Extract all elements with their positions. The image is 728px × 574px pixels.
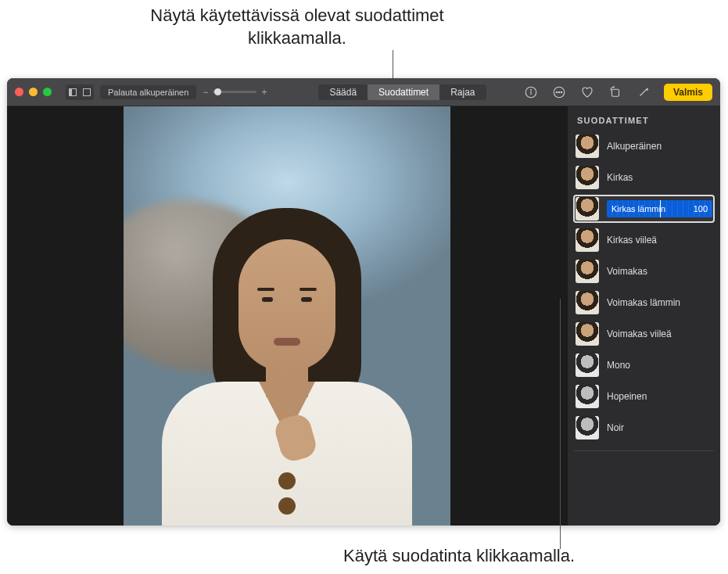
filter-item-hopeinen[interactable]: Hopeinen <box>574 383 714 410</box>
filters-panel-title: SUODATTIMET <box>574 114 714 133</box>
toolbar: Palauta alkuperäinen − + Säädä Suodattim… <box>7 78 720 106</box>
split-view-icon <box>69 88 77 96</box>
svg-rect-7 <box>611 89 619 96</box>
filter-thumbnail <box>576 291 599 314</box>
filter-item-voimakas-viileä[interactable]: Voimakas viileä <box>574 321 714 347</box>
filter-thumbnail <box>576 322 599 346</box>
fullscreen-window-button[interactable] <box>43 88 52 96</box>
zoom-slider[interactable] <box>213 91 256 93</box>
filter-item-kirkas-viileä[interactable]: Kirkas viileä <box>574 227 714 253</box>
filter-label: Kirkas lämmin <box>611 204 665 213</box>
tab-adjust[interactable]: Säädä <box>318 84 368 100</box>
filter-thumbnail <box>576 228 599 252</box>
reset-to-original-button[interactable]: Palauta alkuperäinen <box>100 85 196 99</box>
filter-item-voimakas[interactable]: Voimakas <box>574 258 714 285</box>
tab-filters[interactable]: Suodattimet <box>368 84 439 100</box>
filter-label: Mono <box>607 360 712 371</box>
filter-thumbnail <box>576 385 599 408</box>
info-icon[interactable] <box>523 84 539 100</box>
filter-intensity-slider[interactable]: Kirkas lämmin100 <box>607 200 712 217</box>
filter-label: Hopeinen <box>607 391 712 402</box>
more-icon[interactable] <box>551 84 567 100</box>
filter-label: Kirkas <box>607 172 712 183</box>
auto-enhance-wand-icon[interactable] <box>636 84 651 100</box>
filter-thumbnail <box>576 135 599 158</box>
filter-list: AlkuperäinenKirkasKirkas lämmin100Kirkas… <box>574 133 714 451</box>
editor-content: SUODATTIMET AlkuperäinenKirkasKirkas läm… <box>7 106 720 526</box>
filters-panel: SUODATTIMET AlkuperäinenKirkasKirkas läm… <box>567 106 720 526</box>
photos-edit-window: Palauta alkuperäinen − + Säädä Suodattim… <box>7 78 720 526</box>
filter-label: Voimakas viileä <box>607 328 712 339</box>
filter-thumbnail <box>576 166 599 189</box>
filter-thumbnail <box>576 353 599 377</box>
tab-crop[interactable]: Rajaa <box>439 84 486 100</box>
filter-label: Voimakas lämmin <box>607 297 712 308</box>
zoom-out-label[interactable]: − <box>203 87 208 98</box>
edit-mode-tabs: Säädä Suodattimet Rajaa <box>318 84 486 100</box>
filter-item-alkuperäinen[interactable]: Alkuperäinen <box>574 133 714 160</box>
favorite-heart-icon[interactable] <box>579 84 595 100</box>
callout-top-line <box>393 50 393 78</box>
filter-item-kirkas[interactable]: Kirkas <box>574 164 714 191</box>
filter-label: Voimakas <box>607 266 712 277</box>
zoom-slider-thumb[interactable] <box>214 88 221 95</box>
callout-top-text: Näytä käytettävissä olevat suodattimet k… <box>102 5 493 49</box>
filter-item-mono[interactable]: Mono <box>574 352 714 378</box>
zoom-in-label[interactable]: + <box>261 87 267 98</box>
filter-item-kirkas-lämmin[interactable]: Kirkas lämmin100 <box>574 196 714 222</box>
svg-line-8 <box>640 90 646 96</box>
callout-bottom-text: Käytä suodatinta klikkaamalla. <box>278 546 575 566</box>
svg-point-6 <box>561 91 562 93</box>
filter-thumbnail <box>576 260 599 283</box>
filter-label: Alkuperäinen <box>607 141 712 152</box>
minimize-window-button[interactable] <box>29 88 38 96</box>
zoom-control: − + <box>203 87 267 98</box>
svg-point-4 <box>556 91 558 93</box>
photo-canvas <box>7 106 567 526</box>
filter-thumbnail <box>576 197 599 221</box>
filter-intensity-value: 100 <box>694 204 708 213</box>
filter-label: Noir <box>607 422 712 433</box>
filter-item-noir[interactable]: Noir <box>574 414 714 441</box>
compare-view-toggle[interactable] <box>66 84 94 100</box>
filter-item-voimakas-lämmin[interactable]: Voimakas lämmin <box>574 289 714 316</box>
rotate-icon[interactable] <box>608 84 623 100</box>
callout-bottom-line <box>560 299 561 549</box>
single-view-icon <box>83 88 91 96</box>
filter-thumbnail <box>576 416 599 439</box>
filter-label: Kirkas viileä <box>607 235 712 246</box>
toolbar-right-icons: Valmis <box>523 84 712 101</box>
photo-preview[interactable] <box>124 106 450 526</box>
window-controls <box>15 88 52 96</box>
done-button[interactable]: Valmis <box>664 84 712 101</box>
close-window-button[interactable] <box>15 88 23 96</box>
svg-point-2 <box>531 89 532 90</box>
svg-point-5 <box>558 91 560 93</box>
